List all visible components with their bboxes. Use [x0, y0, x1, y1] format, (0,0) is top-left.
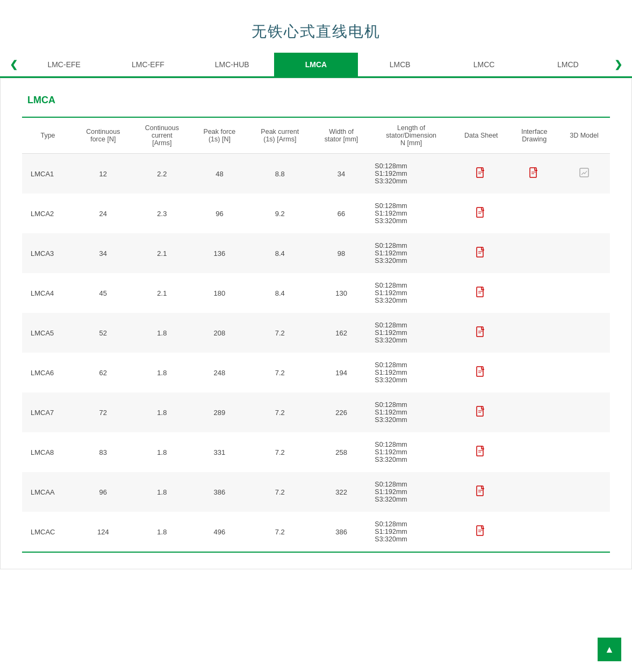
cell-continuous-current: 1.8	[133, 313, 192, 353]
tab-lmcc[interactable]: LMCC	[442, 53, 526, 78]
pdf-icon[interactable]	[476, 366, 486, 380]
pdf-icon[interactable]	[476, 446, 486, 459]
cell-peak-force: 96	[191, 194, 248, 233]
tab-lmca[interactable]: LMCA	[274, 53, 358, 78]
model-3d-icon[interactable]	[579, 168, 589, 180]
col-type: Type	[22, 118, 74, 154]
cell-width-stator: 322	[312, 472, 371, 512]
table-row: LMCA2242.3969.266S0:128mmS1:192mmS3:320m…	[22, 194, 610, 233]
pdf-icon[interactable]	[476, 406, 486, 419]
table-header-row: Type Continuousforce [N] Continuouscurre…	[22, 118, 610, 154]
cell-continuous-force: 83	[74, 432, 133, 472]
table-row: LMCA7721.82897.2226S0:128mmS1:192mmS3:32…	[22, 392, 610, 432]
cell-3d-model	[558, 392, 610, 432]
table-row: LMCAA961.83867.2322S0:128mmS1:192mmS3:32…	[22, 472, 610, 512]
svg-rect-4	[477, 247, 483, 257]
cell-peak-force: 496	[191, 512, 248, 552]
cell-data-sheet[interactable]	[452, 233, 511, 273]
cell-data-sheet[interactable]	[452, 273, 511, 313]
cell-continuous-current: 1.8	[133, 512, 192, 552]
tab-lmc-hub[interactable]: LMC-HUB	[190, 53, 274, 78]
cell-continuous-force: 72	[74, 392, 133, 432]
cell-stator-length: S0:128mmS1:192mmS3:320mm	[370, 313, 452, 353]
cell-interface-drawing	[511, 432, 558, 472]
table-row: LMCA5521.82087.2162S0:128mmS1:192mmS3:32…	[22, 313, 610, 353]
cell-continuous-current: 2.1	[133, 233, 192, 273]
cell-3d-model	[558, 353, 610, 392]
cell-continuous-current: 2.1	[133, 273, 192, 313]
cell-data-sheet[interactable]	[452, 392, 511, 432]
cell-type: LMCA3	[22, 233, 74, 273]
svg-rect-6	[477, 327, 483, 337]
cell-data-sheet[interactable]	[452, 512, 511, 552]
cell-continuous-force: 52	[74, 313, 133, 353]
tab-lmcd[interactable]: LMCD	[526, 53, 610, 78]
cell-data-sheet[interactable]	[452, 154, 511, 194]
cell-data-sheet[interactable]	[452, 472, 511, 512]
cell-type: LMCA8	[22, 432, 74, 472]
cell-data-sheet[interactable]	[452, 353, 511, 392]
cell-data-sheet[interactable]	[452, 432, 511, 472]
cell-stator-length: S0:128mmS1:192mmS3:320mm	[370, 432, 452, 472]
cell-3d-model	[558, 512, 610, 552]
tabs-container: LMC-EFE LMC-EFF LMC-HUB LMCA LMCB LMCC L…	[22, 53, 610, 76]
pdf-icon[interactable]	[476, 485, 486, 499]
cell-continuous-force: 34	[74, 233, 133, 273]
cell-stator-length: S0:128mmS1:192mmS3:320mm	[370, 472, 452, 512]
cell-3d-model[interactable]	[558, 154, 610, 194]
col-width-stator: Width ofstator [mm]	[312, 118, 371, 154]
cell-continuous-current: 2.2	[133, 154, 192, 194]
pdf-icon[interactable]	[529, 167, 539, 181]
pdf-icon[interactable]	[476, 525, 486, 539]
cell-stator-length: S0:128mmS1:192mmS3:320mm	[370, 512, 452, 552]
pdf-icon[interactable]	[476, 207, 486, 220]
cell-data-sheet[interactable]	[452, 313, 511, 353]
cell-continuous-current: 1.8	[133, 472, 192, 512]
tab-lmc-efe[interactable]: LMC-EFE	[22, 53, 106, 78]
svg-rect-11	[477, 526, 483, 535]
scroll-top-button[interactable]: ▲	[598, 638, 621, 661]
cell-peak-current: 7.2	[248, 313, 312, 353]
tab-prev-arrow[interactable]: ❮	[5, 53, 22, 76]
tab-lmc-eff[interactable]: LMC-EFF	[106, 53, 190, 78]
content-area: LMCA Type Continuousforce [N] Continuous…	[0, 78, 632, 569]
table-row: LMCA4452.11808.4130S0:128mmS1:192mmS3:32…	[22, 273, 610, 313]
cell-width-stator: 130	[312, 273, 371, 313]
cell-peak-force: 208	[191, 313, 248, 353]
cell-continuous-force: 62	[74, 353, 133, 392]
pdf-icon[interactable]	[476, 247, 486, 260]
cell-stator-length: S0:128mmS1:192mmS3:320mm	[370, 154, 452, 194]
tab-next-arrow[interactable]: ❯	[610, 53, 627, 76]
cell-width-stator: 162	[312, 313, 371, 353]
cell-type: LMCA6	[22, 353, 74, 392]
svg-rect-1	[530, 168, 536, 177]
pdf-icon[interactable]	[476, 167, 486, 181]
pdf-icon[interactable]	[476, 287, 486, 300]
tab-lmcb[interactable]: LMCB	[358, 53, 442, 78]
table-row: LMCAC1241.84967.2386S0:128mmS1:192mmS3:3…	[22, 512, 610, 552]
product-table: Type Continuousforce [N] Continuouscurre…	[22, 118, 610, 552]
pdf-icon[interactable]	[476, 326, 486, 340]
cell-peak-current: 9.2	[248, 194, 312, 233]
cell-continuous-current: 1.8	[133, 432, 192, 472]
col-continuous-current: Continuouscurrent[Arms]	[133, 118, 192, 154]
cell-continuous-current: 1.8	[133, 353, 192, 392]
cell-peak-current: 7.2	[248, 353, 312, 392]
cell-type: LMCA5	[22, 313, 74, 353]
cell-data-sheet[interactable]	[452, 194, 511, 233]
table-row: LMCA1122.2488.834S0:128mmS1:192mmS3:320m…	[22, 154, 610, 194]
cell-peak-force: 331	[191, 432, 248, 472]
cell-width-stator: 98	[312, 233, 371, 273]
col-stator-length: Length ofstator/DimensionN [mm]	[370, 118, 452, 154]
cell-peak-current: 7.2	[248, 472, 312, 512]
col-peak-current: Peak current(1s) [Arms]	[248, 118, 312, 154]
cell-interface-drawing	[511, 512, 558, 552]
svg-rect-2	[580, 168, 588, 177]
cell-stator-length: S0:128mmS1:192mmS3:320mm	[370, 233, 452, 273]
cell-peak-current: 8.4	[248, 233, 312, 273]
col-data-sheet: Data Sheet	[452, 118, 511, 154]
cell-interface-drawing	[511, 472, 558, 512]
cell-interface-drawing[interactable]	[511, 154, 558, 194]
cell-continuous-force: 24	[74, 194, 133, 233]
cell-width-stator: 226	[312, 392, 371, 432]
